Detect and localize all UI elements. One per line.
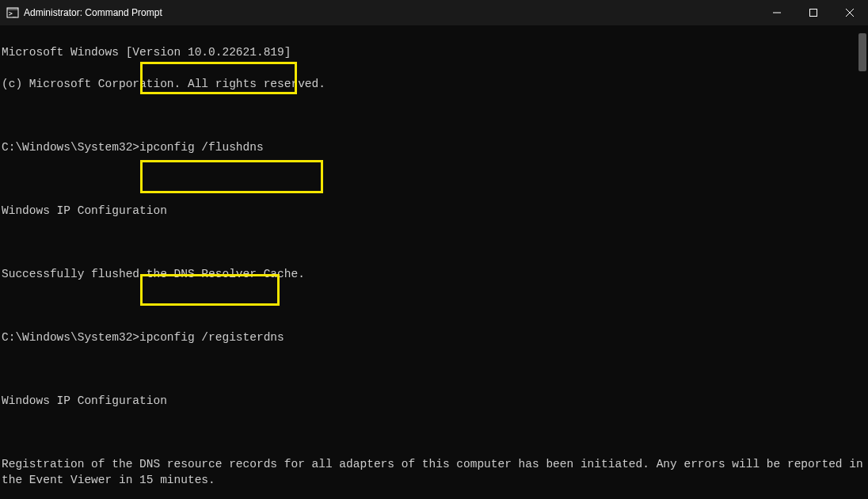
prompt-text: C:\Windows\System32>	[2, 331, 139, 344]
flush-result: Successfully flushed the DNS Resolver Ca…	[2, 266, 866, 282]
prompt-line-1: C:\Windows\System32>ipconfig /flushdns	[2, 139, 866, 155]
command-1: ipconfig /flushdns	[139, 141, 264, 154]
svg-rect-4	[810, 10, 817, 17]
blank-line	[2, 234, 866, 250]
minimize-button[interactable]	[759, 0, 795, 25]
cmd-icon: >_	[6, 6, 19, 19]
ipconfig-header: Windows IP Configuration	[2, 203, 866, 219]
close-button[interactable]	[832, 0, 868, 25]
version-line: Microsoft Windows [Version 10.0.22621.81…	[2, 44, 866, 60]
scrollbar-thumb[interactable]	[858, 33, 866, 71]
svg-text:>_: >_	[9, 10, 17, 17]
window-controls	[759, 0, 868, 25]
maximize-button[interactable]	[795, 0, 832, 25]
blank-line	[2, 361, 866, 377]
blank-line	[2, 108, 866, 124]
blank-line	[2, 425, 866, 440]
register-result: Registration of the DNS resource records…	[2, 456, 866, 488]
prompt-line-2: C:\Windows\System32>ipconfig /registerdn…	[2, 329, 866, 345]
terminal-output[interactable]: Microsoft Windows [Version 10.0.22621.81…	[0, 25, 868, 499]
copyright-line: (c) Microsoft Corporation. All rights re…	[2, 76, 866, 92]
command-2: ipconfig /registerdns	[139, 331, 284, 344]
blank-line	[2, 298, 866, 314]
prompt-text: C:\Windows\System32>	[2, 141, 139, 154]
ipconfig-header: Windows IP Configuration	[2, 393, 866, 409]
window-title: Administrator: Command Prompt	[24, 7, 759, 18]
blank-line	[2, 171, 866, 187]
titlebar[interactable]: >_ Administrator: Command Prompt	[0, 0, 868, 25]
